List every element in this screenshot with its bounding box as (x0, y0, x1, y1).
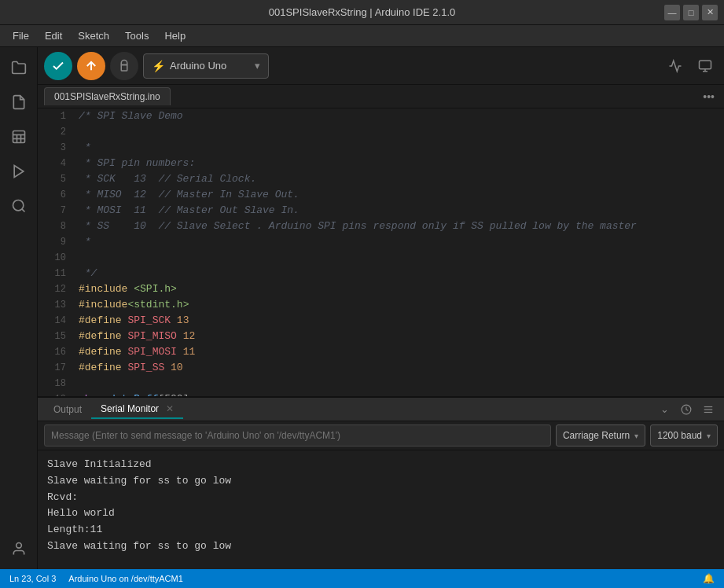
tab-output[interactable]: Output (44, 401, 91, 418)
code-line-4: 4 * SPI pin numbers: (38, 156, 724, 171)
code-line-11: 11 */ (38, 266, 724, 281)
code-line-9: 9 * (38, 234, 724, 250)
bottom-menu-icon[interactable] (699, 400, 718, 419)
code-line-18: 18 (38, 376, 724, 391)
sidebar-icon-search[interactable] (5, 192, 33, 220)
board-selector[interactable]: ⚡ Arduino Uno ▾ (143, 53, 269, 79)
menu-item-file[interactable]: File (6, 28, 35, 44)
svg-point-6 (13, 200, 23, 211)
code-line-1: 1 /* SPI Slave Demo (38, 108, 724, 124)
file-tab-active[interactable]: 001SPISlaveRxString.ino (44, 87, 171, 105)
serial-output-line: Slave waiting for ss to go low (47, 473, 715, 490)
serial-plotter-button[interactable] (663, 53, 688, 79)
main-layout: ⚡ Arduino Uno ▾ 001SPISlav (0, 47, 724, 569)
serial-message-input[interactable] (44, 424, 551, 447)
verify-button[interactable] (44, 52, 72, 80)
debug-button[interactable] (110, 52, 138, 80)
usb-icon: ⚡ (152, 60, 165, 72)
tab-serial-monitor[interactable]: Serial Monitor ✕ (91, 400, 183, 419)
board-port-info: Arduino Uno on /dev/ttyACM1 (68, 574, 183, 583)
file-tab-bar: 001SPISlaveRxString.ino ••• (38, 85, 724, 108)
code-line-10: 10 (38, 250, 724, 266)
code-editor[interactable]: 1 /* SPI Slave Demo 2 3 * 4 * SPI pin nu… (38, 108, 724, 396)
line-ending-label: Carriage Return (563, 430, 630, 441)
sidebar (0, 47, 38, 569)
serial-output-line: Slave waiting for ss to go low (47, 538, 715, 555)
code-line-7: 7 * MOSI 11 // Master Out Slave In. (38, 203, 724, 219)
tab-serial-monitor-label: Serial Monitor (101, 403, 159, 414)
window-title: 001SPISlaveRxString | Arduino IDE 2.1.0 (269, 6, 456, 18)
code-line-8: 8 * SS 10 // Slave Select . Arduino SPI … (38, 219, 724, 234)
cursor-position: Ln 23, Col 3 (9, 574, 56, 583)
serial-output-line: Slave Initialized (47, 457, 715, 473)
tab-output-label: Output (53, 404, 82, 415)
board-label: Arduino Uno (170, 60, 226, 72)
bottom-panel: Output Serial Monitor ✕ ⌄ (38, 396, 724, 569)
menu-item-sketch[interactable]: Sketch (72, 28, 116, 44)
file-tab-more-button[interactable]: ••• (700, 87, 718, 106)
code-line-6: 6 * MISO 12 // Master In Slave Out. (38, 187, 724, 203)
upload-button[interactable] (77, 52, 105, 80)
serial-output-line: Rcvd: (47, 490, 715, 506)
svg-marker-5 (14, 166, 24, 178)
baud-rate-dropdown[interactable]: 1200 baud ▾ (650, 424, 718, 447)
bottom-tab-right-icons: ⌄ (655, 400, 718, 419)
svg-rect-0 (13, 131, 24, 143)
svg-point-8 (16, 543, 21, 549)
sidebar-icon-board[interactable] (5, 123, 33, 151)
minimize-button[interactable]: — (664, 5, 680, 20)
notification-icon[interactable]: 🔔 (703, 573, 715, 584)
menu-item-edit[interactable]: Edit (39, 28, 68, 44)
code-line-12: 12 #include <SPI.h> (38, 281, 724, 297)
status-bar-right: 🔔 (703, 573, 715, 584)
code-line-2: 2 (38, 124, 724, 140)
line-ending-dropdown[interactable]: Carriage Return ▾ (556, 424, 645, 447)
serial-monitor-button[interactable] (693, 53, 718, 79)
toolbar-right-icons (663, 53, 718, 79)
menu-item-tools[interactable]: Tools (119, 28, 155, 44)
window-controls: — □ ✕ (664, 5, 718, 20)
svg-rect-11 (700, 61, 711, 69)
code-line-5: 5 * SCK 13 // Serial Clock. (38, 171, 724, 187)
sidebar-icon-debug[interactable] (5, 157, 33, 186)
sidebar-icon-folder[interactable] (5, 53, 33, 82)
sidebar-icon-files[interactable] (5, 88, 33, 116)
bottom-clock-icon[interactable] (677, 400, 696, 419)
serial-output-line: Hello world (47, 505, 715, 522)
content-area: ⚡ Arduino Uno ▾ 001SPISlav (38, 47, 724, 569)
code-line-14: 14 #define SPI_SCK 13 (38, 313, 724, 329)
baud-rate-arrow-icon: ▾ (707, 432, 711, 440)
code-line-15: 15 #define SPI_MISO 12 (38, 329, 724, 344)
code-line-13: 13 #include<stdint.h> (38, 297, 724, 313)
file-tab-filename: 001SPISlaveRxString.ino (54, 91, 160, 102)
close-button[interactable]: ✕ (702, 5, 718, 20)
code-line-3: 3 * (38, 140, 724, 156)
board-dropdown-arrow: ▾ (255, 60, 260, 72)
svg-line-7 (21, 209, 24, 212)
baud-rate-label: 1200 baud (657, 430, 702, 441)
bottom-tabs: Output Serial Monitor ✕ ⌄ (38, 398, 724, 421)
serial-output: Slave InitializedSlave waiting for ss to… (38, 450, 724, 569)
bottom-chevron-icon[interactable]: ⌄ (655, 400, 674, 419)
status-bar: Ln 23, Col 3 Arduino Uno on /dev/ttyACM1… (0, 569, 724, 588)
line-ending-arrow-icon: ▾ (634, 432, 638, 440)
serial-input-bar: Carriage Return ▾ 1200 baud ▾ (38, 421, 724, 450)
serial-output-line: Length:11 (47, 522, 715, 538)
sidebar-icon-user[interactable] (5, 535, 33, 563)
serial-monitor-close-button[interactable]: ✕ (166, 403, 174, 414)
svg-rect-10 (121, 64, 127, 71)
title-bar: 001SPISlaveRxString | Arduino IDE 2.1.0 … (0, 0, 724, 25)
maximize-button[interactable]: □ (683, 5, 699, 20)
toolbar: ⚡ Arduino Uno ▾ (38, 47, 724, 85)
menu-bar: FileEditSketchToolsHelp (0, 25, 724, 47)
code-line-17: 17 #define SPI_SS 10 (38, 360, 724, 376)
code-line-16: 16 #define SPI_MOSI 11 (38, 344, 724, 360)
menu-item-help[interactable]: Help (158, 28, 192, 44)
